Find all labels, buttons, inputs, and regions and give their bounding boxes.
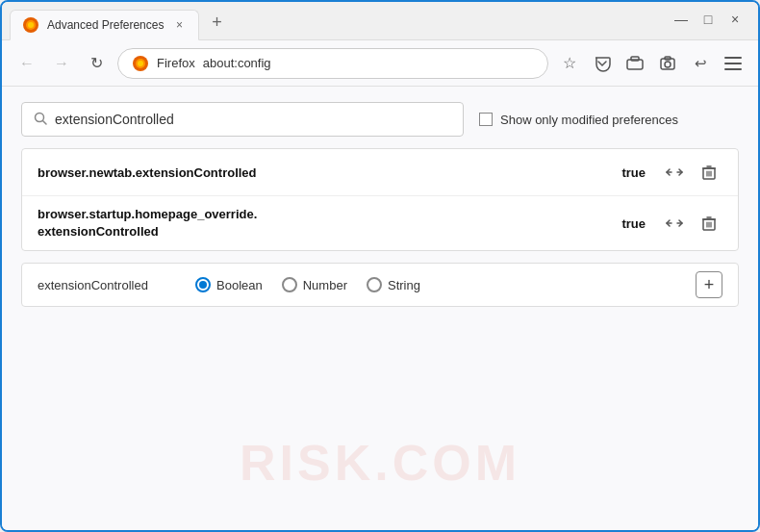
radio-circle-boolean	[195, 277, 211, 292]
add-pref-button[interactable]: +	[696, 271, 722, 298]
table-row: browser.newtab.extensionControlled true	[22, 149, 738, 196]
row-icons	[661, 210, 722, 237]
pref-value: true	[621, 216, 646, 231]
new-pref-name: extensionControlled	[38, 278, 172, 292]
search-row: Show only modified preferences	[21, 102, 739, 137]
search-input[interactable]	[55, 112, 451, 127]
history-icon[interactable]: ↩	[687, 50, 714, 77]
menu-icon[interactable]	[720, 50, 747, 77]
firefox-tab-icon	[22, 16, 39, 34]
delete-button[interactable]	[696, 210, 722, 237]
radio-label-boolean: Boolean	[216, 278, 263, 292]
radio-number[interactable]: Number	[282, 277, 347, 292]
svg-point-9	[665, 62, 671, 67]
delete-button[interactable]	[696, 159, 722, 186]
extension-icon[interactable]	[621, 50, 648, 77]
modified-checkbox[interactable]	[479, 113, 493, 126]
radio-label-number: Number	[303, 278, 347, 292]
svg-point-2	[28, 22, 34, 28]
checkbox-label: Show only modified preferences	[500, 113, 678, 127]
toolbar-icons: ☆ ↩	[556, 50, 747, 77]
radio-group: Boolean Number String	[195, 277, 672, 292]
reset-button[interactable]	[661, 210, 688, 237]
close-button[interactable]: ×	[727, 12, 743, 27]
reload-button[interactable]: ↻	[83, 50, 110, 77]
watermark: risk.com	[240, 434, 520, 492]
svg-rect-7	[631, 57, 639, 61]
active-tab[interactable]: Advanced Preferences ×	[10, 10, 199, 40]
tab-close-button[interactable]: ×	[171, 17, 187, 33]
radio-circle-string	[367, 277, 382, 292]
pref-name: browser.newtab.extensionControlled	[38, 165, 621, 180]
row-icons	[661, 159, 722, 186]
address-bar[interactable]: Firefox about:config	[117, 48, 548, 79]
radio-boolean[interactable]: Boolean	[195, 277, 263, 292]
browser-window: Advanced Preferences × + — □ × ← → ↻ Fir…	[0, 0, 760, 532]
radio-string[interactable]: String	[367, 277, 420, 292]
search-icon	[34, 112, 47, 128]
firefox-logo-icon	[132, 55, 149, 72]
forward-button[interactable]: →	[48, 50, 75, 77]
pocket-icon[interactable]	[589, 50, 616, 77]
svg-rect-11	[724, 57, 742, 59]
back-button[interactable]: ←	[13, 50, 40, 77]
tab-title: Advanced Preferences	[47, 18, 164, 32]
svg-rect-12	[724, 63, 742, 64]
radio-circle-number	[282, 277, 297, 292]
table-row: browser.startup.homepage_override. exten…	[22, 196, 738, 250]
screenshot-icon[interactable]	[654, 50, 681, 77]
new-tab-button[interactable]: +	[203, 10, 230, 37]
title-bar: Advanced Preferences × + — □ ×	[2, 2, 758, 40]
window-controls: — □ ×	[673, 12, 750, 27]
svg-rect-13	[724, 68, 742, 70]
pref-name: browser.startup.homepage_override. exten…	[38, 206, 621, 241]
toolbar: ← → ↻ Firefox about:config ☆	[2, 40, 758, 87]
results-table: browser.newtab.extensionControlled true	[21, 148, 739, 251]
bookmark-icon[interactable]: ☆	[556, 50, 583, 77]
checkbox-row: Show only modified preferences	[479, 113, 678, 127]
add-pref-row: extensionControlled Boolean Number Strin…	[21, 263, 739, 307]
svg-line-15	[43, 120, 47, 124]
minimize-button[interactable]: —	[673, 12, 689, 27]
main-content: risk.com Show only modified preferences	[2, 87, 758, 530]
reset-button[interactable]	[661, 159, 688, 186]
url-text: about:config	[203, 56, 534, 70]
pref-value: true	[621, 165, 646, 180]
svg-point-5	[138, 61, 143, 66]
maximize-button[interactable]: □	[700, 12, 716, 27]
radio-label-string: String	[388, 278, 420, 292]
search-box[interactable]	[21, 102, 464, 137]
browser-name-label: Firefox	[157, 56, 195, 70]
